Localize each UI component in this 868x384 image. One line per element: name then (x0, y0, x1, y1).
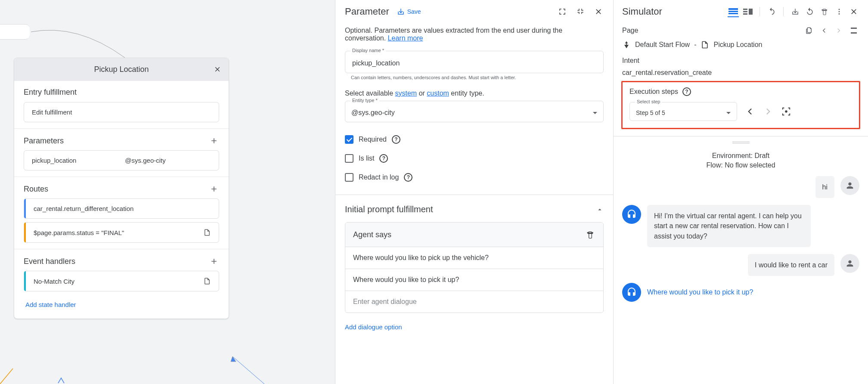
entity-type-select[interactable]: Entity type * @sys.geo-city (345, 101, 604, 122)
agent-avatar-icon (622, 205, 641, 224)
add-route-button[interactable] (209, 184, 219, 194)
environment-label: Environment: Draft (622, 152, 859, 160)
undo-icon[interactable] (766, 6, 777, 17)
chevron-down-icon (726, 112, 731, 114)
expand-icon[interactable] (557, 6, 567, 17)
svg-rect-4 (743, 9, 747, 10)
help-icon[interactable]: ? (404, 173, 412, 182)
add-parameter-button[interactable] (209, 136, 219, 146)
simulator-title: Simulator (622, 6, 662, 17)
parameter-panel: Parameter Save Optional. Parameters are … (335, 0, 613, 384)
page-node-card: Pickup Location Entry fulfillment Edit f… (14, 58, 229, 319)
download-icon[interactable] (790, 6, 801, 17)
intent-label: Intent (622, 57, 859, 65)
page-transition-icon (203, 277, 211, 285)
page-label: Page (622, 27, 638, 34)
close-icon[interactable] (212, 64, 223, 74)
collapse-icon[interactable] (575, 6, 586, 17)
focus-icon[interactable] (781, 106, 791, 117)
agent-prompt-link[interactable]: Where would you like to pick it up? (647, 283, 753, 301)
display-name-hint: Can contain letters, numbers, underscore… (345, 75, 604, 80)
next-icon (834, 25, 844, 36)
custom-entity-link[interactable]: custom (427, 90, 449, 97)
svg-point-13 (785, 110, 787, 113)
add-state-handler-link[interactable]: Add state handler (25, 301, 76, 308)
route-item-condition[interactable]: $page.params.status = "FINAL" (24, 222, 219, 243)
parameters-section: Parameters pickup_location @sys.geo-city (14, 129, 229, 177)
svg-point-8 (839, 9, 840, 10)
event-handlers-label: Event handlers (24, 257, 75, 266)
svg-rect-7 (749, 9, 753, 15)
drag-handle[interactable] (732, 142, 750, 143)
close-simulator-icon[interactable] (848, 6, 859, 17)
svg-rect-2 (728, 11, 738, 12)
prompt-line[interactable]: Where would you like to pick up the vehi… (345, 247, 603, 269)
add-dialogue-link[interactable]: Add dialogue option (345, 323, 402, 331)
flow-canvas[interactable]: Pickup Location Entry fulfillment Edit f… (0, 0, 335, 384)
parameter-row[interactable]: pickup_location @sys.geo-city (24, 150, 219, 170)
edit-fulfillment-button[interactable]: Edit fulfillment (24, 102, 219, 122)
parameters-label: Parameters (24, 136, 64, 146)
initial-prompt-header[interactable]: Initial prompt fulfillment (345, 195, 604, 222)
system-entity-link[interactable]: system (395, 90, 417, 97)
svg-rect-12 (851, 32, 857, 34)
svg-rect-11 (851, 28, 857, 29)
prompt-line[interactable]: Where would you like to pick it up? (345, 269, 603, 291)
svg-point-9 (839, 11, 840, 12)
prev-icon[interactable] (819, 25, 829, 36)
page-icon (701, 40, 709, 49)
step-prev-icon[interactable] (745, 106, 755, 117)
upstream-node-stub[interactable] (0, 24, 30, 40)
svg-rect-1 (728, 8, 738, 10)
reset-icon[interactable] (804, 6, 815, 17)
user-message-row: I would like to rent a car (622, 254, 859, 276)
route-item-intent[interactable]: car_rental.return_different_location (24, 198, 219, 219)
routes-label: Routes (24, 185, 48, 194)
step-next-icon (763, 106, 773, 117)
entity-type-instruction: Select available system or custom entity… (345, 90, 604, 97)
delete-icon[interactable] (819, 6, 830, 17)
save-button[interactable]: Save (397, 8, 421, 15)
agent-message-row: Hi! I'm the virtual car rental agent. I … (622, 205, 859, 247)
add-event-handler-button[interactable] (209, 256, 219, 266)
agent-says-label: Agent says (353, 230, 391, 239)
chat-area: Environment: Draft Flow: No flow selecte… (614, 136, 868, 384)
user-avatar-icon (840, 254, 859, 273)
svg-point-10 (839, 13, 840, 15)
step-select[interactable]: Select step Step 5 of 5 (629, 102, 737, 121)
delete-icon[interactable] (585, 229, 595, 240)
event-handler-item[interactable]: No-Match City (24, 271, 219, 291)
required-checkbox[interactable] (345, 135, 353, 144)
node-title: Pickup Location (94, 65, 149, 74)
svg-rect-6 (743, 13, 747, 15)
execution-steps-highlight: Execution steps ? Select step Step 5 of … (621, 81, 860, 129)
agent-says-box: Agent says Where would you like to pick … (345, 222, 604, 313)
learn-more-link[interactable]: Learn more (388, 34, 423, 42)
helper-text: Optional. Parameters are values extracte… (345, 27, 604, 42)
close-panel-icon[interactable] (593, 6, 604, 17)
agent-message: Hi! I'm the virtual car rental agent. I … (647, 205, 811, 247)
view-mode-1-icon[interactable] (728, 6, 739, 17)
node-header: Pickup Location (14, 58, 229, 81)
svg-rect-5 (743, 11, 747, 12)
display-name-input[interactable] (351, 59, 597, 68)
view-mode-2-icon[interactable] (742, 6, 753, 17)
more-icon[interactable] (834, 6, 845, 17)
svg-rect-3 (728, 13, 738, 14)
help-icon[interactable]: ? (379, 154, 388, 163)
clipboard-icon[interactable] (803, 25, 815, 36)
help-icon[interactable]: ? (682, 87, 691, 96)
help-icon[interactable]: ? (392, 135, 400, 144)
redact-checkbox[interactable] (345, 173, 353, 182)
intent-value: car_rental.reservation_create (622, 69, 859, 77)
prompt-input[interactable]: Enter agent dialogue (345, 291, 603, 313)
entry-fulfillment-section: Entry fulfillment Edit fulfillment (14, 81, 229, 129)
entry-fulfillment-label: Entry fulfillment (24, 88, 219, 97)
is-list-checkbox[interactable] (345, 154, 353, 163)
display-name-field[interactable]: Display name * (345, 51, 604, 73)
user-message: hi (815, 176, 834, 198)
collapse-section-icon[interactable] (848, 25, 859, 36)
user-message-row: hi (622, 176, 859, 198)
user-message: I would like to rent a car (748, 254, 834, 276)
page-transition-icon (203, 229, 211, 236)
